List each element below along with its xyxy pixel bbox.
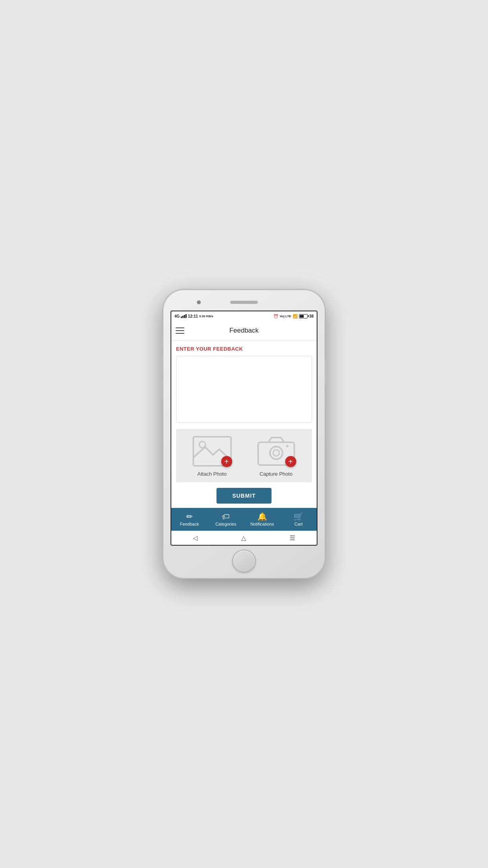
recents-button[interactable]: ☰: [290, 534, 295, 542]
volume-down-button: [162, 380, 163, 399]
android-nav-bar: ◁ △ ☰: [171, 531, 317, 545]
battery-indicator: [299, 314, 308, 318]
hamburger-menu-button[interactable]: [171, 322, 189, 339]
volume-up-button: [162, 355, 163, 375]
page-title: Feedback: [229, 327, 259, 335]
cart-nav-label: Cart: [294, 522, 303, 526]
capture-photo-label: Capture Photo: [260, 471, 293, 477]
home-button-physical[interactable]: [232, 550, 256, 572]
app-header: Feedback: [171, 321, 317, 340]
attach-photo-icon-wrap: +: [191, 434, 234, 468]
hamburger-line-1: [176, 327, 184, 328]
nav-item-cart[interactable]: 🛒 Cart: [281, 508, 317, 531]
categories-nav-label: Categories: [215, 522, 236, 526]
attach-photo-plus-icon: +: [221, 456, 232, 467]
speaker: [230, 301, 258, 304]
status-bar: 4G 12:11 0.30 KB/s ⏰ Vo) LTE 📶 38: [171, 311, 317, 321]
nav-item-notifications[interactable]: 🔔 Notifications: [244, 508, 281, 531]
battery-level: 38: [309, 314, 314, 318]
feedback-nav-label: Feedback: [180, 522, 199, 526]
submit-button[interactable]: SUBMIT: [216, 488, 272, 504]
bottom-nav: ✏ Feedback 🏷 Categories 🔔 Notifications …: [171, 508, 317, 531]
notifications-nav-icon: 🔔: [257, 513, 267, 520]
feedback-nav-icon: ✏: [186, 513, 193, 520]
cart-nav-icon: 🛒: [294, 513, 303, 520]
notifications-nav-label: Notifications: [250, 522, 274, 526]
nav-item-categories[interactable]: 🏷 Categories: [208, 508, 244, 531]
svg-point-5: [286, 445, 288, 447]
network-indicator: 4G: [174, 314, 180, 318]
photo-actions-area: + Attach Photo +: [176, 429, 312, 482]
power-button: [325, 359, 326, 386]
signal-bar-1: [181, 316, 182, 318]
signal-bar-3: [184, 315, 185, 318]
status-right: ⏰ Vo) LTE 📶 38: [273, 314, 314, 318]
phone-frame: 4G 12:11 0.30 KB/s ⏰ Vo) LTE 📶 38: [163, 289, 325, 579]
signal-bar-4: [185, 314, 187, 318]
capture-photo-icon-wrap: +: [255, 434, 298, 468]
lte-indicator: Vo) LTE: [280, 314, 291, 318]
phone-top-area: [163, 296, 325, 309]
attach-photo-label: Attach Photo: [197, 471, 226, 477]
back-button[interactable]: ◁: [193, 534, 198, 542]
battery-fill: [300, 315, 304, 318]
signal-bar-2: [182, 316, 183, 318]
hamburger-line-3: [176, 333, 184, 334]
nav-item-feedback[interactable]: ✏ Feedback: [171, 508, 208, 531]
home-button[interactable]: △: [241, 534, 246, 542]
alarm-icon: ⏰: [273, 314, 278, 318]
volume-mute-button: [162, 337, 163, 349]
signal-bars: [181, 314, 187, 318]
capture-photo-plus-icon: +: [285, 456, 296, 467]
data-speed: 0.30 KB/s: [199, 314, 213, 318]
wifi-icon: 📶: [293, 314, 297, 318]
attach-photo-button[interactable]: + Attach Photo: [191, 434, 234, 477]
front-camera: [197, 300, 201, 304]
time-display: 12:11: [188, 314, 198, 318]
status-left: 4G 12:11 0.30 KB/s: [174, 314, 213, 318]
svg-point-4: [273, 450, 279, 456]
main-content: ENTER YOUR FEEDBACK + Attach Photo: [171, 340, 317, 508]
phone-screen: 4G 12:11 0.30 KB/s ⏰ Vo) LTE 📶 38: [171, 311, 317, 546]
hamburger-line-2: [176, 330, 184, 331]
categories-nav-icon: 🏷: [222, 513, 230, 520]
svg-point-3: [270, 447, 283, 459]
feedback-section-title: ENTER YOUR FEEDBACK: [176, 346, 312, 352]
capture-photo-button[interactable]: + Capture Photo: [255, 434, 298, 477]
feedback-textarea[interactable]: [176, 356, 312, 423]
